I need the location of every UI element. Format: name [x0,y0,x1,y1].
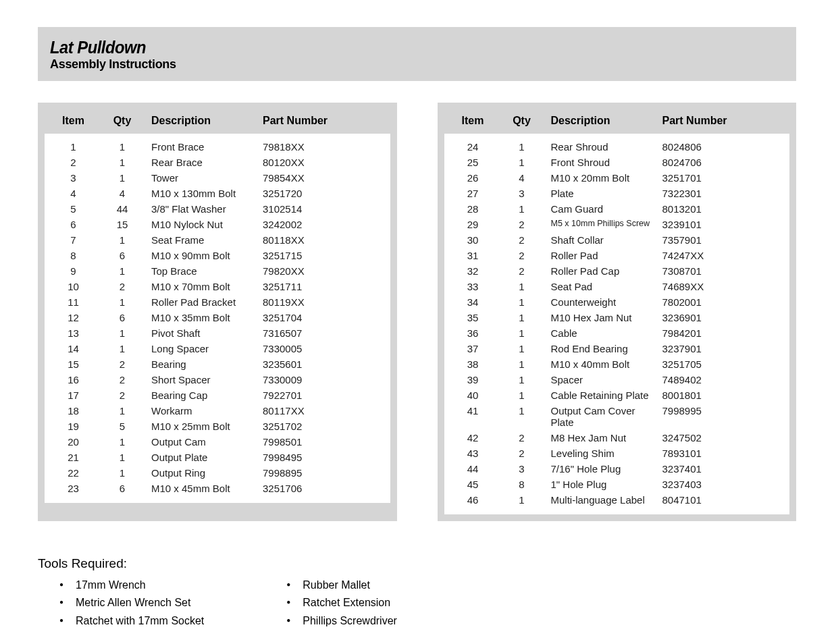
cell-item: 42 [444,432,498,444]
cell-part: 3236901 [657,312,752,323]
tool-item: 17mm Wrench [38,576,204,594]
cell-part: 7998995 [657,405,752,428]
cell-item: 34 [444,296,498,308]
page-title: Lat Pulldown [50,39,759,56]
cell-desc: Counterweight [546,296,657,308]
cell-desc: M10 Hex Jam Nut [546,312,657,323]
cell-item: 18 [45,405,99,417]
cell-desc: M10 x 90mm Bolt [146,250,257,261]
cell-desc: Roller Pad Bracket [146,296,257,308]
cell-item: 8 [45,250,99,261]
cell-desc: Output Cam [146,436,257,448]
table-row: 273Plate7322301 [444,186,790,201]
cell-qty: 1 [498,343,546,354]
cell-desc: M5 x 10mm Phillips Screw [546,219,657,230]
table-row: 211Output Plate7998495 [45,450,390,465]
table-row: 181Workarm80117XX [45,403,390,419]
table-row: 195M10 x 25mm Bolt3251702 [45,419,390,434]
cell-part: 79854XX [257,172,352,184]
cell-desc: Front Brace [146,141,257,153]
cell-item: 13 [45,327,99,339]
cell-qty: 2 [498,432,546,444]
cell-item: 7 [45,234,99,246]
cell-item: 30 [444,234,498,246]
table-row: 361Cable7984201 [444,325,790,341]
table-header: Item Qty Description Part Number [444,108,790,134]
cell-part: 3239101 [657,219,752,230]
cell-item: 37 [444,343,498,354]
table-row: 292M5 x 10mm Phillips Screw3239101 [444,217,790,232]
cell-qty: 8 [498,479,546,490]
tools-col-2: Rubber MalletRatchet ExtensionPhillips S… [265,576,397,630]
cell-part: 74247XX [657,250,752,261]
cell-desc: Seat Pad [546,281,657,292]
cell-qty: 1 [498,281,546,292]
table-row: 11Front Brace79818XX [45,139,390,155]
table-row: 381M10 x 40mm Bolt3251705 [444,356,790,372]
cell-item: 39 [444,374,498,385]
cell-item: 23 [45,483,99,494]
tool-item: Phillips Screwdriver [265,612,397,630]
cell-part: 3251702 [257,421,352,432]
cell-item: 35 [444,312,498,323]
cell-desc: Rod End Bearing [546,343,657,354]
cell-part: 8024806 [657,141,752,153]
cell-qty: 2 [498,265,546,277]
tool-item: Rubber Mallet [265,576,397,594]
table-row: 312Roller Pad74247XX [444,248,790,263]
cell-desc: M10 x 25mm Bolt [146,421,257,432]
cell-qty: 1 [99,157,146,168]
cell-desc: 7/16" Hole Plug [546,463,657,475]
table-row: 411Output Cam Cover Plate7998995 [444,403,790,430]
table-row: 31Tower79854XX [45,170,390,186]
table-row: 391Spacer7489402 [444,372,790,387]
cell-qty: 2 [99,374,146,385]
cell-qty: 1 [99,405,146,417]
col-header-desc: Description [146,115,257,127]
cell-item: 21 [45,452,99,463]
cell-qty: 1 [498,327,546,339]
cell-qty: 1 [498,141,546,153]
table-row: 241Rear Shroud8024806 [444,139,790,155]
cell-desc: Pivot Shaft [146,327,257,339]
cell-part: 7316507 [257,327,352,339]
cell-part: 8047101 [657,494,752,506]
cell-qty: 2 [498,234,546,246]
cell-desc: Top Brace [146,265,257,277]
table-row: 236M10 x 45mm Bolt3251706 [45,481,390,496]
cell-desc: Roller Pad [546,250,657,261]
table-row: 432Leveling Shim7893101 [444,446,790,461]
cell-part: 7998895 [257,467,352,479]
cell-item: 45 [444,479,498,490]
cell-desc: Bearing [146,358,257,370]
table-row: 251Front Shroud8024706 [444,155,790,170]
cell-qty: 1 [99,265,146,277]
cell-desc: M10 x 40mm Bolt [546,358,657,370]
cell-qty: 1 [99,436,146,448]
table-row: 371Rod End Bearing3237901 [444,341,790,356]
cell-desc: Roller Pad Cap [546,265,657,277]
cell-qty: 1 [498,312,546,323]
cell-part: 3251711 [257,281,352,292]
table-row: 21Rear Brace80120XX [45,155,390,170]
tool-item: Ratchet with 17mm Socket [38,612,204,630]
cell-part: 7893101 [657,448,752,459]
table-row: 5443/8" Flat Washer3102514 [45,201,390,217]
cell-part: 74689XX [657,281,752,292]
cell-part: 7308701 [657,265,752,277]
cell-qty: 1 [99,343,146,354]
cell-item: 9 [45,265,99,277]
tool-item: Ratchet Extension [265,594,397,612]
table-row: 341Counterweight7802001 [444,294,790,310]
cell-desc: Spacer [546,374,657,385]
cell-qty: 5 [99,421,146,432]
cell-qty: 1 [498,405,546,428]
cell-item: 43 [444,448,498,459]
cell-desc: M10 x 35mm Bolt [146,312,257,323]
cell-item: 5 [45,203,99,215]
cell-qty: 6 [99,250,146,261]
cell-item: 2 [45,157,99,168]
cell-qty: 3 [498,463,546,475]
cell-desc: Output Ring [146,467,257,479]
tools-required: Tools Required: 17mm WrenchMetric Allen … [38,556,796,630]
